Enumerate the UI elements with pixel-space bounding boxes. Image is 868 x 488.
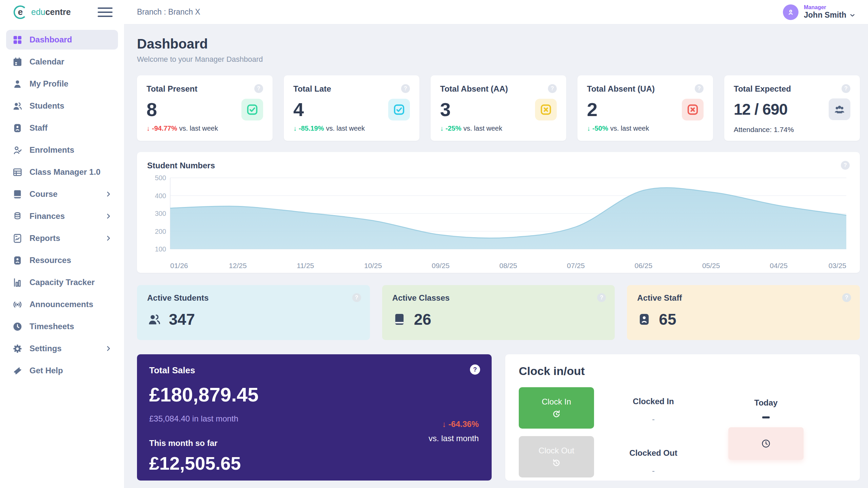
help-icon[interactable]: ? — [597, 293, 606, 302]
people-group-icon — [829, 98, 850, 120]
clock-out-button[interactable]: Clock Out — [519, 436, 594, 477]
svg-text:12/25: 12/25 — [229, 262, 247, 269]
delta-note: vs. last month — [429, 434, 479, 443]
delta-note: vs. last week — [463, 125, 502, 132]
sidebar-item-reports[interactable]: Reports — [6, 228, 118, 248]
sidebar-item-settings[interactable]: Settings — [6, 339, 118, 358]
stat-title: Total Absent (AA) — [440, 84, 508, 94]
page-title: Dashboard — [137, 36, 860, 52]
help-icon[interactable]: ? — [401, 84, 410, 93]
help-icon[interactable]: ? — [695, 84, 704, 93]
sidebar-item-resources[interactable]: Resources — [6, 250, 118, 270]
svg-text:08/25: 08/25 — [499, 262, 517, 269]
help-icon[interactable]: ? — [842, 84, 850, 93]
svg-text:300: 300 — [155, 210, 166, 217]
active-classes-card: Active Classes ? 26 — [382, 285, 615, 340]
delta-arrow: ↓ — [293, 125, 297, 132]
clocked-in-label: Clocked In — [597, 397, 710, 406]
active-staff-card: Active Staff ? 65 — [627, 285, 860, 340]
dashboard-grid-icon — [12, 35, 23, 45]
book-icon — [392, 312, 407, 326]
sidebar-item-capacity-tracker[interactable]: Capacity Tracker — [6, 273, 118, 292]
badge-person-icon — [637, 312, 651, 326]
stat-card-total-late: Total Late? 4 ↓-85.19%vs. last week — [284, 75, 419, 141]
active-card-title: Active Students — [147, 293, 360, 303]
broadcast-icon — [12, 299, 23, 310]
avatar-person-icon — [786, 8, 795, 17]
help-icon[interactable]: ? — [548, 84, 557, 93]
chevron-right-icon — [105, 213, 112, 220]
clock-in-button[interactable]: Clock In — [519, 387, 594, 429]
delta-arrow: ↓ — [442, 419, 446, 429]
svg-text:200: 200 — [155, 228, 166, 235]
bar-chart-icon — [12, 277, 23, 288]
svg-text:11/25: 11/25 — [297, 262, 314, 269]
svg-text:04/25: 04/25 — [770, 262, 788, 269]
help-icon[interactable]: ? — [352, 293, 361, 302]
help-icon[interactable]: ? — [841, 161, 850, 170]
sidebar-nav: Dashboard Calendar My Profile Students S… — [0, 24, 124, 383]
sidebar-item-my-profile[interactable]: My Profile — [6, 74, 118, 94]
clocked-out-value: - — [597, 466, 710, 475]
active-card-value: 65 — [659, 310, 676, 329]
help-icon[interactable]: ? — [470, 364, 480, 375]
svg-text:01/26: 01/26 — [170, 262, 188, 269]
clocked-in-value: - — [597, 414, 710, 424]
delta-note: vs. last week — [610, 125, 649, 132]
sidebar-item-staff[interactable]: Staff — [6, 118, 118, 138]
help-icon[interactable]: ? — [254, 84, 263, 93]
book-icon — [12, 189, 23, 200]
delta-value: -50% — [592, 125, 608, 132]
user-name: John Smith — [804, 11, 856, 20]
sidebar-item-enrolments[interactable]: Enrolments — [6, 140, 118, 160]
badge-person-icon — [12, 255, 23, 266]
help-icon[interactable]: ? — [842, 293, 851, 302]
brand-logo-text: educentre — [31, 7, 71, 17]
stat-title: Total Present — [146, 84, 197, 94]
x-square-icon — [682, 99, 704, 120]
sidebar-item-finances[interactable]: Finances — [6, 206, 118, 226]
delta-value: -85.19% — [299, 125, 324, 132]
delta-arrow: ↓ — [440, 125, 443, 132]
active-card-title: Active Staff — [637, 293, 850, 303]
hamburger-menu-icon[interactable] — [98, 7, 113, 17]
stat-cards-row: Total Present? 8 ↓-94.77%vs. last week T… — [137, 75, 860, 141]
delta-arrow: ↓ — [146, 125, 150, 132]
sales-delta: ↓ -64.36% vs. last month — [429, 419, 479, 443]
sidebar-item-course[interactable]: Course — [6, 184, 118, 204]
sidebar-item-timesheets[interactable]: Timesheets — [6, 317, 118, 336]
svg-text:06/25: 06/25 — [635, 262, 653, 269]
sidebar-item-get-help[interactable]: Get Help — [6, 361, 118, 380]
clock-rotate-ccw-icon — [552, 458, 561, 468]
user-icon — [12, 79, 23, 89]
delta-value: -64.36% — [449, 419, 479, 429]
svg-text:07/25: 07/25 — [567, 262, 585, 269]
user-menu[interactable]: Manager John Smith — [783, 4, 856, 20]
delta-arrow: ↓ — [587, 125, 590, 132]
svg-text:09/25: 09/25 — [432, 262, 450, 269]
sidebar-item-dashboard[interactable]: Dashboard — [6, 30, 118, 50]
delta-value: -94.77% — [152, 125, 177, 132]
avatar — [783, 4, 798, 20]
x-square-icon — [535, 99, 557, 120]
student-numbers-card: Student Numbers ? 50040030020010001/2612… — [137, 152, 860, 273]
sidebar-item-announcements[interactable]: Announcements — [6, 295, 118, 314]
clock-status: Clocked In - Clocked Out - — [597, 385, 710, 477]
users-icon — [12, 101, 23, 111]
sidebar-item-calendar[interactable]: Calendar — [6, 52, 118, 72]
sidebar-header: e educentre — [0, 0, 124, 24]
clock-section-title: Clock in/out — [519, 364, 846, 378]
sidebar-item-students[interactable]: Students — [6, 96, 118, 116]
stat-card-total-absent-aa: Total Absent (AA)? 3 ↓-25%vs. last week — [431, 75, 566, 141]
sidebar-item-class-manager[interactable]: Class Manager 1.0 — [6, 162, 118, 182]
badge-person-icon — [12, 123, 23, 133]
user-role: Manager — [804, 4, 856, 11]
check-square-icon — [388, 99, 410, 120]
delta-note: vs. last week — [179, 125, 218, 132]
dashboard-content: Dashboard Welcome to your Manager Dashbo… — [124, 24, 868, 481]
gear-icon — [12, 343, 23, 354]
brand-logo-icon: e — [14, 5, 27, 19]
stat-value: 3 — [440, 98, 451, 120]
svg-text:500: 500 — [155, 174, 166, 182]
clock-icon — [12, 321, 23, 332]
